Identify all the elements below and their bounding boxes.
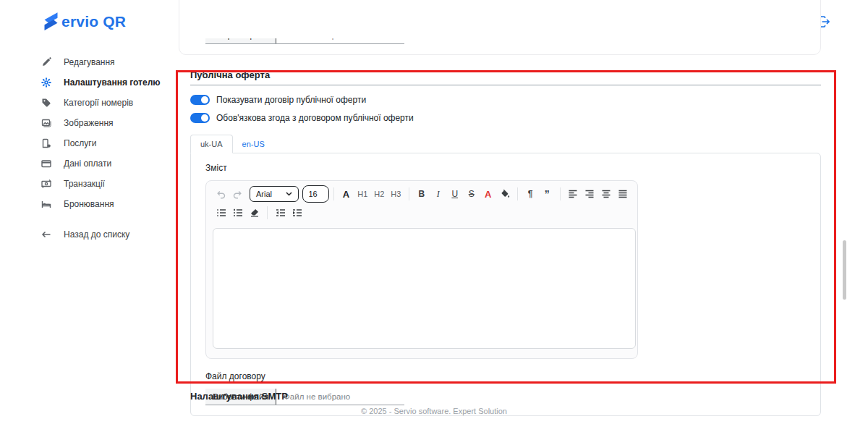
bed-icon [41,199,51,209]
sidebar-item-transactions[interactable]: Транзакції [0,174,174,194]
sidebar-item-label: Послуги [64,138,96,148]
font-family-select[interactable]: Arial [250,186,299,202]
font-size-input[interactable] [302,185,329,203]
scrollbar-thumb[interactable] [843,240,846,300]
sidebar-item-label: Редагування [64,57,115,67]
transactions-icon [41,179,51,189]
clipped-file-input[interactable]: Вибрати файл Файл не вибрано [205,38,404,51]
align-right-icon[interactable] [582,187,597,201]
sidebar: Редагування Налаштування готелю Категорі… [0,52,174,245]
gear-icon [41,77,51,88]
align-left-icon[interactable] [565,187,580,201]
font-family-value: Arial [256,190,272,198]
sidebar-item-label: Транзакції [64,179,105,189]
tag-icon [41,98,51,108]
toggle-require-agreement[interactable]: Обов'язкова згода з договором публічної … [190,113,821,123]
outdent-icon[interactable] [273,206,288,220]
arrow-left-icon [41,229,51,240]
sidebar-item-hotel-settings[interactable]: Налаштування готелю [0,72,174,93]
toggle-label: Обов'язкова згода з договором публічної … [216,113,414,123]
tab-panel-uk-ua: Зміст Arial A H1 H2 [190,153,821,416]
choose-file-button[interactable]: Вибрати файл [205,38,276,43]
align-justify-icon[interactable] [615,187,630,201]
sidebar-item-label: Категорії номерів [64,98,133,108]
sidebar-item-images[interactable]: Зображення [0,113,174,133]
redo-icon[interactable] [230,187,245,201]
bold-button[interactable]: B [414,187,429,201]
section-title-smtp: Налаштування SMTP [190,391,288,402]
align-center-icon[interactable] [598,187,613,201]
logo-text: ervio QR [61,13,126,30]
locale-tabs: uk-UA en-US [190,135,821,153]
app-logo[interactable]: ervio QR [41,12,126,31]
h1-button[interactable]: H1 [355,187,370,201]
servio-logo-icon [41,12,61,31]
italic-button[interactable]: I [430,187,446,201]
services-icon [41,138,51,148]
sidebar-item-label: Дані оплати [64,158,111,169]
undo-icon[interactable] [213,187,229,201]
sidebar-item-bookings[interactable]: Бронювання [0,194,174,214]
image-icon [41,118,51,128]
editor-toolbar-row-1: Arial A H1 H2 H3 B I U S A [213,185,631,203]
sidebar-item-label: Бронювання [64,199,114,209]
content-label: Зміст [205,163,806,173]
offer-content-textarea[interactable] [213,228,636,349]
sidebar-item-label: Назад до списку [64,229,129,240]
scrolled-card-partial: Вибрати файл Файл не вибрано [179,0,821,55]
footer-copyright: © 2025 - Servio software. Expert Solutio… [0,407,868,415]
sidebar-item-edit[interactable]: Редагування [0,52,174,72]
toggle-show-offer[interactable]: Показувати договір публічної оферти [190,95,821,105]
blockquote-button[interactable]: ” [540,187,555,201]
sidebar-back-to-list[interactable]: Назад до списку [0,224,174,245]
toggle-label: Показувати договір публічної оферти [216,95,366,105]
ordered-list-icon[interactable] [230,206,245,220]
pencil-icon [41,57,51,67]
sidebar-item-services[interactable]: Послуги [0,133,174,153]
section-title-public-offer: Публічна оферта [190,69,821,85]
h3-button[interactable]: H3 [388,187,404,201]
sidebar-item-room-categories[interactable]: Категорії номерів [0,93,174,113]
strikethrough-button[interactable]: S [464,187,479,201]
h2-button[interactable]: H2 [372,187,387,201]
chevron-down-icon [286,192,292,196]
eraser-icon[interactable] [247,206,262,220]
toggle-switch-on[interactable] [190,113,210,123]
underline-button[interactable]: U [447,187,462,201]
rich-text-editor: Arial A H1 H2 H3 B I U S A [205,180,638,359]
file-label: Файл договору [205,371,806,381]
font-style-button[interactable]: A [339,187,354,201]
toggle-switch-on[interactable] [190,95,210,105]
text-color-button[interactable]: A [480,187,495,201]
public-offer-section: Публічна оферта Показувати договір публі… [190,69,821,416]
tab-en-us[interactable]: en-US [233,135,274,153]
sidebar-item-label: Зображення [64,118,114,128]
sidebar-item-label: Налаштування готелю [64,77,161,88]
sidebar-item-payment-data[interactable]: Дані оплати [0,153,174,174]
paint-bucket-icon[interactable] [497,187,512,201]
editor-toolbar-row-2 [213,204,631,221]
tab-uk-ua[interactable]: uk-UA [190,135,233,153]
file-status-text: Файл не вибрано [276,38,350,43]
bullet-list-icon[interactable] [213,206,229,220]
credit-card-icon [41,158,51,169]
toolbar-divider [267,206,268,219]
indent-icon[interactable] [289,206,305,220]
contract-file-block: Файл договору Вибрати файл Файл не вибра… [205,371,806,405]
paragraph-button[interactable]: ¶ [523,187,538,201]
